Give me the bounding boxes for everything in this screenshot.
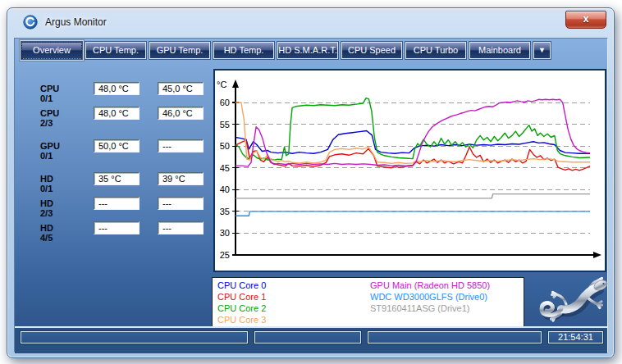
tab-overflow-button[interactable]: ▼ [533, 42, 551, 59]
close-button[interactable]: x [565, 11, 606, 29]
tab-bar: Overview CPU Temp. GPU Temp. HD Temp. HD… [21, 42, 551, 59]
svg-text:25: 25 [220, 250, 230, 260]
tab-mainboard[interactable]: Mainboard [469, 42, 530, 59]
svg-text:35: 35 [220, 207, 230, 216]
legend-item: CPU Core 1 [217, 292, 266, 302]
status-panel [21, 331, 248, 344]
svg-text:30: 30 [220, 228, 230, 238]
tab-gpu-temp[interactable]: GPU Temp. [149, 42, 210, 59]
sensor-label: GPU 0/1 [40, 141, 60, 161]
svg-text:55: 55 [220, 120, 230, 130]
svg-text:60: 60 [220, 98, 230, 107]
tab-overview[interactable]: Overview [21, 42, 82, 59]
status-bar: 21:54:31 [15, 326, 607, 353]
sensor-label: HD 4/5 [40, 223, 53, 243]
sensor-value: --- [158, 139, 204, 152]
gecko-logo [532, 275, 617, 329]
sensor-value: 48,0 °C [94, 107, 139, 120]
status-panel [254, 331, 361, 344]
sensor-value: 39 °C [158, 172, 204, 185]
svg-text:45: 45 [220, 163, 230, 173]
sensor-value: 46,0 °C [158, 107, 204, 120]
chevron-down-icon: ▼ [538, 46, 546, 54]
svg-text:50: 50 [220, 141, 230, 151]
legend-item: CPU Core 0 [217, 280, 266, 290]
legend-item: GPU Main (Radeon HD 5850) [370, 280, 490, 290]
sensor-value: 50,0 °C [94, 139, 139, 152]
legend-item: WDC WD3000GLFS (Drive0) [370, 292, 487, 302]
legend-item: CPU Core 3 [217, 315, 266, 325]
temperature-chart: 2530354045505560°C [215, 71, 605, 271]
sensor-value: --- [94, 197, 139, 210]
tab-hd-smart[interactable]: HD S.M.A.R.T. [277, 42, 338, 59]
sensor-value: 35 °C [94, 172, 139, 185]
sensor-label: HD 2/3 [40, 198, 53, 218]
sensor-value: --- [94, 221, 139, 234]
legend-item: ST9160411ASG (Drive1) [370, 303, 469, 313]
svg-text:°C: °C [217, 80, 226, 89]
close-icon: x [583, 13, 589, 25]
sensor-value: --- [158, 197, 204, 210]
sensor-label: HD 0/1 [40, 174, 53, 193]
tab-hd-temp[interactable]: HD Temp. [213, 42, 274, 59]
svg-text:40: 40 [220, 184, 230, 194]
status-panel [368, 331, 542, 344]
window-title: Argus Monitor [45, 16, 107, 28]
temperature-chart-panel: 2530354045505560°C [213, 69, 606, 272]
tab-cpu-temp[interactable]: CPU Temp. [85, 42, 146, 59]
argus-monitor-window: Argus Monitor x Overview CPU Temp. GPU T… [7, 7, 615, 358]
status-panel-clock: 21:54:31 [548, 331, 603, 344]
sensor-value: 48,0 °C [94, 82, 139, 95]
sensor-value: --- [158, 221, 204, 234]
sensor-label: CPU 2/3 [40, 108, 59, 128]
tab-cpu-speed[interactable]: CPU Speed [341, 42, 402, 59]
app-icon [23, 15, 38, 30]
titlebar: Argus Monitor x [7, 8, 614, 38]
clock: 21:54:31 [549, 332, 602, 343]
tab-cpu-turbo[interactable]: CPU Turbo [405, 42, 466, 59]
chart-legend: CPU Core 0 CPU Core 1 CPU Core 2 CPU Cor… [212, 277, 524, 327]
sensor-label: CPU 0/1 [40, 84, 59, 103]
legend-item: CPU Core 2 [217, 303, 266, 313]
client-area: Overview CPU Temp. GPU Temp. HD Temp. HD… [14, 38, 608, 353]
sensor-value: 45,0 °C [158, 82, 204, 95]
